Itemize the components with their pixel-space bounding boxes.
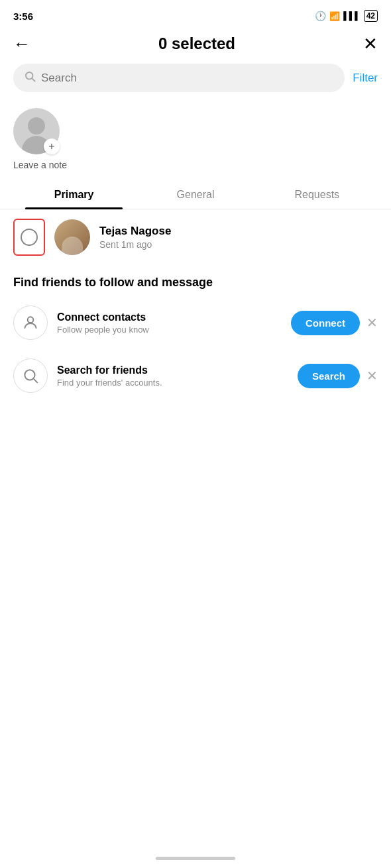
- page-title: 0 selected: [158, 34, 235, 53]
- connect-contacts-subtitle: Follow people you know: [57, 325, 282, 335]
- search-friends-icon: [22, 367, 39, 384]
- search-friends-icon-circle: [13, 358, 48, 393]
- connect-contacts-item: Connect contacts Follow people you know …: [0, 296, 391, 349]
- status-bar: 3:56 🕐 📶 ▌▌▌ 42: [0, 0, 391, 29]
- close-button[interactable]: ✕: [363, 35, 378, 52]
- search-friends-subtitle: Find your friends' accounts.: [57, 378, 288, 388]
- search-container[interactable]: [13, 64, 345, 92]
- status-icons: 🕐 📶 ▌▌▌ 42: [315, 10, 378, 22]
- back-button[interactable]: ←: [13, 35, 30, 52]
- dismiss-connect-button[interactable]: ✕: [366, 316, 378, 329]
- message-checkbox[interactable]: [13, 219, 45, 256]
- wifi-icon: 📶: [329, 11, 340, 21]
- tabs-row: Primary General Requests: [0, 181, 391, 209]
- connect-button[interactable]: Connect: [291, 311, 360, 335]
- checkbox-circle: [21, 229, 38, 246]
- tab-general[interactable]: General: [135, 181, 256, 209]
- message-avatar: [54, 219, 90, 255]
- find-friends-title: Find friends to follow and message: [0, 265, 391, 296]
- header: ← 0 selected ✕: [0, 29, 391, 61]
- svg-line-4: [34, 379, 38, 383]
- status-time: 3:56: [13, 11, 33, 22]
- tab-primary[interactable]: Primary: [13, 181, 135, 209]
- battery-icon: 42: [364, 10, 378, 22]
- message-time: Sent 1m ago: [99, 239, 378, 250]
- connect-contacts-icon-circle: [13, 305, 48, 340]
- story-avatar-wrapper[interactable]: +: [13, 108, 60, 154]
- bottom-bar: [0, 857, 391, 868]
- tab-requests[interactable]: Requests: [256, 181, 378, 209]
- search-friends-title: Search for friends: [57, 364, 288, 376]
- search-friends-button[interactable]: Search: [298, 364, 360, 388]
- search-friends-actions: Search ✕: [298, 364, 378, 388]
- svg-point-3: [25, 370, 34, 380]
- story-label[interactable]: Leave a note: [13, 160, 67, 170]
- add-story-button[interactable]: +: [44, 138, 60, 154]
- search-row: Filter: [0, 61, 391, 103]
- filter-button[interactable]: Filter: [353, 72, 378, 85]
- connect-contacts-actions: Connect ✕: [291, 311, 378, 335]
- message-info: Tejas Nagose Sent 1m ago: [99, 225, 378, 250]
- story-section: + Leave a note: [0, 103, 391, 176]
- svg-line-1: [32, 78, 34, 81]
- message-item[interactable]: Tejas Nagose Sent 1m ago: [0, 209, 391, 265]
- connect-contacts-text: Connect contacts Follow people you know: [57, 311, 282, 335]
- search-icon: [24, 70, 36, 85]
- message-name: Tejas Nagose: [99, 225, 378, 238]
- person-icon: [22, 314, 39, 331]
- search-friends-item: Search for friends Find your friends' ac…: [0, 349, 391, 402]
- search-friends-text: Search for friends Find your friends' ac…: [57, 364, 288, 388]
- home-indicator: [156, 857, 235, 860]
- search-input[interactable]: [41, 72, 334, 85]
- plus-icon: +: [48, 140, 54, 152]
- dismiss-search-button[interactable]: ✕: [366, 369, 378, 382]
- svg-point-2: [28, 317, 34, 323]
- clock-icon: 🕐: [315, 11, 326, 21]
- connect-contacts-title: Connect contacts: [57, 311, 282, 323]
- signal-icon: ▌▌▌: [343, 11, 361, 21]
